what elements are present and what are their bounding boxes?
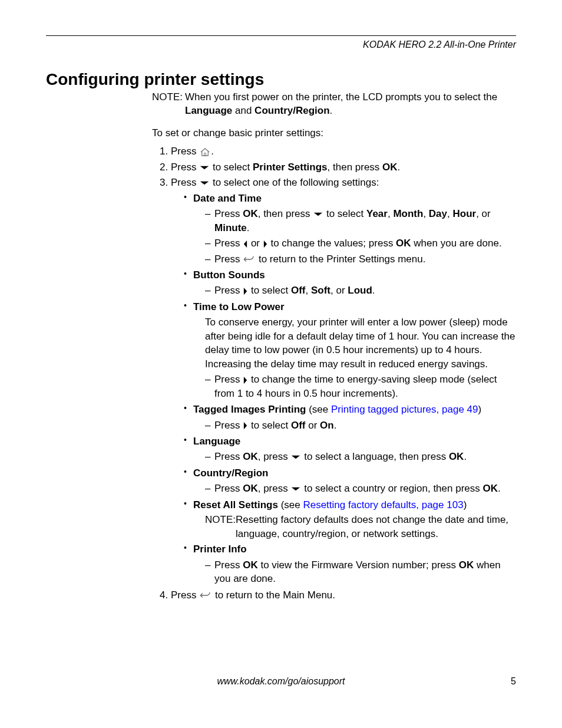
date-sub-1: Press OK, then press to select Year, Mon… — [205, 207, 516, 235]
header-product: KODAK HERO 2.2 All-in-One Printer — [46, 39, 516, 50]
setting-country-region: Country/Region Press OK, press to select… — [184, 466, 516, 496]
right-arrow-icon — [263, 240, 268, 248]
down-arrow-icon — [199, 180, 210, 186]
left-arrow-icon — [243, 240, 248, 248]
setting-date-time: Date and Time Press OK, then press to se… — [184, 192, 516, 266]
setting-button-sounds: Button Sounds Press to select Off, Soft,… — [184, 268, 516, 298]
info-sub-1: Press OK to view the Firmware Version nu… — [205, 558, 516, 586]
home-icon — [199, 148, 211, 156]
back-icon — [243, 255, 256, 263]
buttons-sub-1: Press to select Off, Soft, or Loud. — [205, 284, 516, 297]
intro-text: To set or change basic printer settings: — [152, 126, 516, 140]
page-footer: www.kodak.com/go/aiosupport 5 — [46, 676, 516, 687]
down-arrow-icon — [290, 454, 301, 460]
section-title: Configuring printer settings — [46, 70, 516, 89]
tagged-sub-1: Press to select Off or On. — [205, 419, 516, 432]
link-reset-defaults[interactable]: Resetting factory defaults, page 103 — [303, 499, 463, 510]
lowpower-sub-1: Press to change the time to energy-savin… — [205, 373, 516, 400]
date-sub-3: Press to return to the Printer Settings … — [205, 252, 516, 266]
down-arrow-icon — [313, 212, 323, 217]
header-rule — [46, 35, 516, 36]
setting-tagged-images: Tagged Images Printing (see Printing tag… — [184, 403, 516, 432]
right-arrow-icon — [243, 421, 248, 430]
step-3: Press to select one of the following set… — [171, 176, 516, 585]
setting-reset-all: Reset All Settings (see Resetting factor… — [184, 498, 516, 541]
setting-low-power: Time to Low Power To conserve energy, yo… — [184, 300, 516, 400]
down-arrow-icon — [290, 486, 301, 492]
top-note: NOTE: When you first power on the printe… — [152, 90, 516, 118]
date-sub-2: Press or to change the values; press OK … — [205, 236, 516, 250]
note-label: NOTE: — [152, 90, 185, 118]
down-arrow-icon — [199, 165, 210, 170]
footer-url: www.kodak.com/go/aiosupport — [217, 676, 345, 687]
right-arrow-icon — [243, 376, 248, 384]
page-number: 5 — [511, 676, 516, 687]
settings-list: Date and Time Press OK, then press to se… — [171, 192, 516, 586]
step-4: Press to return to the Main Menu. — [171, 588, 516, 602]
note-text: When you first power on the printer, the… — [185, 90, 516, 118]
back-icon — [199, 591, 212, 599]
language-sub-1: Press OK, press to select a language, th… — [205, 450, 516, 463]
setting-language: Language Press OK, press to select a lan… — [184, 434, 516, 464]
setting-printer-info: Printer Info Press OK to view the Firmwa… — [184, 542, 516, 585]
reset-note: NOTE: Resetting factory defaults does no… — [205, 513, 516, 541]
steps-list: Press . Press to select Printer Settings… — [152, 144, 516, 602]
manual-page: KODAK HERO 2.2 All-in-One Printer Config… — [0, 0, 562, 728]
country-sub-1: Press OK, press to select a country or r… — [205, 482, 516, 495]
right-arrow-icon — [243, 287, 248, 295]
step-1: Press . — [171, 144, 516, 158]
step-2: Press to select Printer Settings, then p… — [171, 160, 516, 174]
body-content: NOTE: When you first power on the printe… — [152, 90, 516, 602]
link-printing-tagged[interactable]: Printing tagged pictures, page 49 — [331, 404, 478, 415]
low-power-para: To conserve energy, your printer will en… — [205, 315, 516, 371]
